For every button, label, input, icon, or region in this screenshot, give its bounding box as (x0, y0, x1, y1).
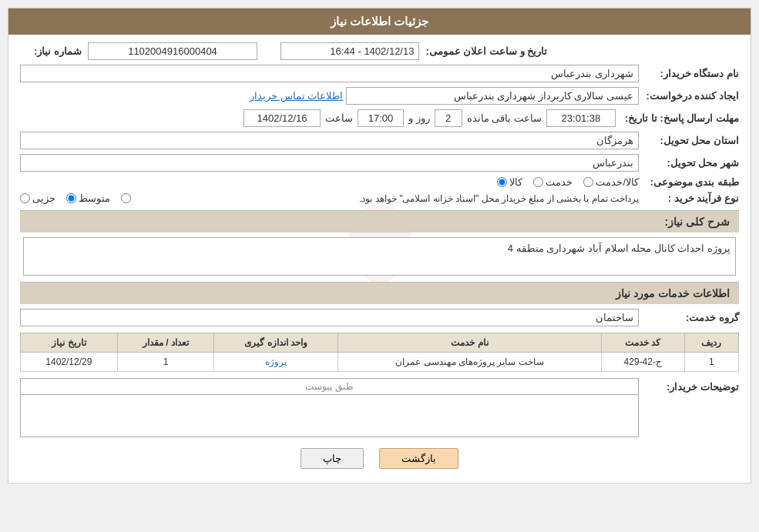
category-option-kala-khedmat: کالا/خدمت (583, 176, 639, 188)
requester-label: ایجاد کننده درخواست: (639, 90, 739, 102)
process-radio-3[interactable] (121, 193, 131, 203)
category-radio-kala[interactable] (497, 177, 507, 187)
col-header-qty: تعداد / مقدار (117, 333, 214, 353)
announce-value: 1402/12/13 - 16:44 (280, 42, 419, 60)
category-option-khedmat: خدمت (533, 176, 573, 188)
back-button[interactable]: بازگشت (379, 448, 458, 469)
contact-link[interactable]: اطلاعات تماس خریدار (250, 90, 343, 102)
service-group-label: گروه خدمت: (639, 312, 739, 323)
print-button[interactable]: چاپ (301, 448, 364, 469)
province-row: استان محل تحویل: هرمزگان (20, 132, 739, 149)
process-content: پرداخت تمام یا بخشی از مبلغ خریداز محل "… (20, 192, 639, 204)
number-announce-row: تاریخ و ساعت اعلان عمومی: 1402/12/13 - 1… (20, 42, 739, 60)
buyer-org-row: نام دستگاه خریدار: شهرداری بندرعباس (20, 65, 739, 82)
deadline-remaining-label: ساعت باقی مانده (467, 112, 542, 124)
announce-label: تاریخ و ساعت اعلان عمومی: (425, 45, 547, 57)
process-description: پرداخت تمام یا بخشی از مبلغ خریداز محل "… (359, 193, 639, 204)
number-value: 1102004916000404 (88, 42, 257, 60)
requester-value: عیسی سالاری کاربرداز شهرداری بندرعباس (346, 87, 639, 105)
deadline-parts: 23:01:38 ساعت باقی مانده 2 روز و 17:00 س… (20, 109, 616, 127)
services-section-header: اطلاعات خدمات مورد نیاز (20, 282, 739, 304)
main-card: جزئیات اطلاعات نیاز تاریخ و ساعت اعلان ع… (8, 8, 751, 483)
services-table-section: ردیف کد خدمت نام خدمت واحد اندازه گیری ت… (20, 333, 739, 372)
process-option-jozii: جزیی (20, 192, 55, 204)
requester-row: ایجاد کننده درخواست: عیسی سالاری کاربردا… (20, 87, 739, 105)
process-option-3 (121, 193, 133, 203)
category-row: طبقه بندی موضوعی: کالا/خدمت خدمت کالا (20, 176, 739, 188)
service-group-value: ساختمان (20, 309, 639, 326)
general-desc-label: شرح کلی نیاز: (665, 216, 730, 228)
col-header-code: کد خدمت (601, 333, 684, 353)
cell-qty-1: 1 (117, 353, 214, 372)
deadline-days: 2 (435, 109, 462, 127)
general-desc-value: پروژه احداث کانال محله اسلام آباد شهردار… (23, 237, 736, 276)
buyer-desc-area: طبق پیوست (20, 378, 639, 437)
category-label: طبقه بندی موضوعی: (639, 176, 739, 188)
process-label: نوع فرآیند خرید : (639, 192, 739, 204)
col-header-name: نام خدمت (338, 333, 601, 353)
general-desc-section-header: شرح کلی نیاز: (20, 210, 739, 233)
table-row: 1 ج-42-429 ساخت سایر پروژه‌های مهندسی عم… (21, 353, 739, 372)
process-radio-motaset[interactable] (66, 193, 76, 203)
col-header-row: ردیف (684, 333, 738, 353)
services-section-label: اطلاعات خدمات مورد نیاز (616, 287, 730, 299)
buyer-desc-textarea[interactable] (20, 395, 639, 437)
process-label-motaset: متوسط (79, 192, 110, 204)
deadline-time: 17:00 (358, 109, 404, 127)
deadline-remaining: 23:01:38 (546, 109, 616, 127)
cell-name-1: ساخت سایر پروژه‌های مهندسی عمران (338, 353, 601, 372)
attachment-label: طبق پیوست (20, 378, 639, 395)
process-radio-group: متوسط جزیی (20, 192, 133, 204)
cell-unit-1: پروژه (214, 353, 338, 372)
category-radio-khedmat[interactable] (533, 177, 543, 187)
deadline-days-label: روز و (408, 112, 430, 124)
col-header-date: تاریخ نیاز (21, 333, 118, 353)
city-value: بندرعباس (20, 154, 639, 172)
table-header-row: ردیف کد خدمت نام خدمت واحد اندازه گیری ت… (21, 333, 739, 353)
cell-row-1: 1 (684, 353, 738, 372)
deadline-row: مهلت ارسال پاسخ: تا تاریخ: 23:01:38 ساعت… (20, 109, 739, 127)
category-label-kala: کالا (509, 176, 522, 188)
city-label: شهر محل تحویل: (639, 157, 739, 169)
buyer-desc-label: توضیحات خریدار: (639, 378, 739, 393)
col-header-unit: واحد اندازه گیری (214, 333, 338, 353)
table-body: 1 ج-42-429 ساخت سایر پروژه‌های مهندسی عم… (21, 353, 739, 372)
services-table: ردیف کد خدمت نام خدمت واحد اندازه گیری ت… (20, 333, 739, 372)
province-label: استان محل تحویل: (639, 135, 739, 146)
cell-date-1: 1402/12/29 (21, 353, 118, 372)
process-radio-jozii[interactable] (20, 193, 30, 203)
general-desc-area: پروژه احداث کانال محله اسلام آباد شهردار… (20, 237, 739, 276)
deadline-label: مهلت ارسال پاسخ: تا تاریخ: (619, 112, 739, 124)
page-title: جزئیات اطلاعات نیاز (331, 15, 428, 28)
table-head: ردیف کد خدمت نام خدمت واحد اندازه گیری ت… (21, 333, 739, 353)
card-header: جزئیات اطلاعات نیاز (8, 8, 751, 35)
process-label-jozii: جزیی (32, 192, 55, 204)
category-radio-group: کالا/خدمت خدمت کالا (497, 176, 639, 188)
page-wrapper: جزئیات اطلاعات نیاز تاریخ و ساعت اعلان ع… (0, 0, 759, 532)
buyer-desc-row: توضیحات خریدار: طبق پیوست (20, 378, 739, 437)
process-option-motaset: متوسط (66, 192, 110, 204)
category-radio-kala-khedmat[interactable] (583, 177, 593, 187)
buyer-org-value: شهرداری بندرعباس (20, 65, 639, 82)
deadline-date: 1402/12/16 (243, 109, 321, 127)
province-value: هرمزگان (20, 132, 639, 149)
card-body: تاریخ و ساعت اعلان عمومی: 1402/12/13 - 1… (8, 35, 751, 483)
service-group-row: گروه خدمت: ساختمان (20, 309, 739, 326)
number-label: شماره نیاز: (20, 45, 82, 57)
process-row: نوع فرآیند خرید : پرداخت تمام یا بخشی از… (20, 192, 739, 204)
city-row: شهر محل تحویل: بندرعباس (20, 154, 739, 172)
category-label-khedmat: خدمت (546, 176, 573, 188)
buttons-row: بازگشت چاپ (20, 448, 739, 469)
category-option-kala: کالا (497, 176, 522, 188)
buyer-org-label: نام دستگاه خریدار: (639, 68, 739, 79)
cell-code-1: ج-42-429 (601, 353, 684, 372)
deadline-time-label: ساعت (325, 112, 353, 124)
category-label-kala-khedmat: کالا/خدمت (596, 176, 639, 188)
